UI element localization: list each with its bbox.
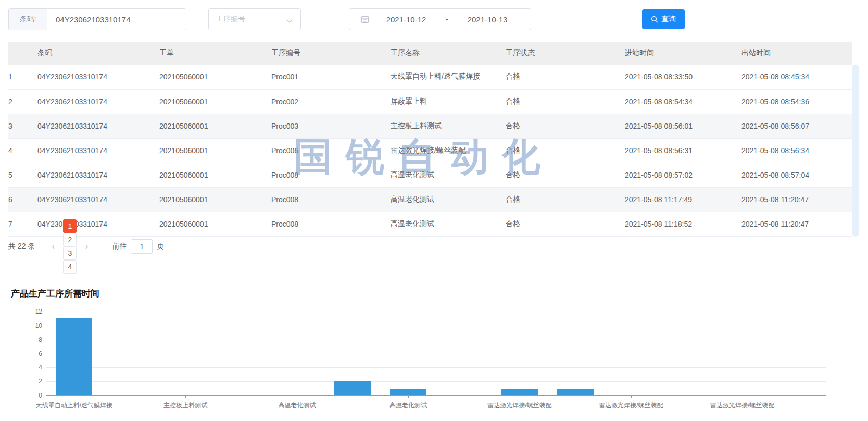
- row-index-cell: 4: [8, 138, 37, 163]
- process-no-cell: Proc008: [271, 187, 391, 212]
- x-axis-label: 天线罩自动上料/透气膜焊接: [17, 401, 131, 410]
- process-number-select[interactable]: 工序编号: [208, 8, 301, 30]
- in-time-cell: 2021-05-08 08:57:02: [625, 163, 741, 187]
- barcode-field-group: 条码:: [8, 8, 186, 30]
- status-cell: 合格: [506, 187, 625, 212]
- status-cell: 合格: [506, 212, 625, 236]
- x-axis-label: 高温老化测试: [240, 401, 354, 410]
- in-time-cell: 2021-05-08 11:18:52: [625, 212, 741, 236]
- gridline: [46, 312, 826, 312]
- pagination-goto-input[interactable]: [131, 239, 153, 254]
- out-time-cell: 2021-05-08 08:45:34: [741, 65, 852, 89]
- trace-table-header: 条码 工单 工序编号 工序名称 工序状态 进站时间 出站时间: [8, 42, 852, 65]
- in-time-cell: 2021-05-08 11:17:49: [625, 187, 741, 212]
- pagination-goto-suffix: 页: [157, 242, 164, 251]
- gridline: [46, 326, 826, 326]
- process-no-cell: Proc001: [271, 65, 391, 89]
- table-row: 604Y23062103310174202105060001Proc008高温老…: [8, 187, 852, 212]
- barcode-cell: 04Y23062103310174: [37, 212, 159, 236]
- in-time-cell: 2021-05-08 08:56:01: [625, 114, 741, 138]
- y-tick-label: 2: [28, 378, 42, 385]
- process-name-cell: 高温老化测试: [391, 212, 506, 236]
- barcode-cell: 04Y23062103310174: [37, 89, 159, 114]
- x-axis-label: 雷达激光焊接/螺丝装配: [462, 401, 577, 410]
- y-tick-label: 10: [28, 322, 42, 329]
- table-row: 504Y23062103310174202105060001Proc008高温老…: [8, 163, 852, 187]
- chart-plot: 024681012天线罩自动上料/透气膜焊接主控板上料测试高温老化测试高温老化测…: [46, 312, 826, 395]
- pagination-page-4[interactable]: 4: [63, 260, 77, 274]
- y-tick-label: 0: [28, 392, 42, 399]
- x-axis-tick: [408, 395, 409, 398]
- barcode-cell: 04Y23062103310174: [37, 138, 159, 163]
- date-range-picker[interactable]: -: [349, 8, 531, 30]
- table-row: 104Y23062103310174202105060001Proc001天线罩…: [8, 65, 852, 89]
- process-no-cell: Proc008: [271, 212, 391, 236]
- gridline: [46, 367, 826, 368]
- table-scrollbar[interactable]: [852, 65, 859, 237]
- pagination: 共 22 条 ‹ 1234 › 前往 页: [8, 239, 164, 254]
- barcode-input[interactable]: [47, 9, 186, 30]
- table-row: 404Y23062103310174202105060001Proc006雷达激…: [8, 138, 852, 163]
- pagination-page-2[interactable]: 2: [63, 233, 77, 246]
- work-order-cell: 202105060001: [159, 89, 271, 114]
- x-axis-label: 主控板上料测试: [128, 401, 243, 410]
- gridline: [46, 381, 826, 382]
- column-header-work-order: 工单: [159, 42, 271, 65]
- x-axis-tick: [631, 395, 632, 398]
- process-no-cell: Proc008: [271, 163, 391, 187]
- chart-bar: [334, 381, 371, 395]
- date-range-separator: -: [443, 15, 450, 23]
- status-cell: 合格: [506, 114, 625, 138]
- work-order-cell: 202105060001: [159, 138, 271, 163]
- page: 条码: 工序编号 - 查询: [0, 0, 868, 421]
- table-row: 304Y23062103310174202105060001Proc003主控板…: [8, 114, 852, 138]
- column-header-out-time: 出站时间: [741, 42, 852, 65]
- gridline: [46, 354, 826, 354]
- gridline: [46, 340, 826, 340]
- out-time-cell: 2021-05-08 08:56:07: [741, 114, 852, 138]
- x-axis-label: 雷达激光焊接/螺丝装配: [574, 401, 688, 410]
- process-name-cell: 屏蔽罩上料: [391, 89, 506, 114]
- out-time-cell: 2021-05-08 11:20:47: [741, 187, 852, 212]
- out-time-cell: 2021-05-08 08:54:36: [741, 89, 852, 114]
- row-index-cell: 6: [8, 187, 37, 212]
- query-button[interactable]: 查询: [642, 9, 685, 29]
- pagination-page-1[interactable]: 1: [63, 219, 77, 233]
- y-tick-label: 12: [28, 308, 42, 315]
- process-no-cell: Proc003: [271, 114, 391, 138]
- trace-table: 条码 工单 工序编号 工序名称 工序状态 进站时间 出站时间 104Y23062…: [8, 42, 852, 237]
- row-index-cell: 2: [8, 89, 37, 114]
- x-axis-label: 高温老化测试: [351, 401, 466, 410]
- column-header-in-time: 进站时间: [625, 42, 741, 65]
- x-axis-label: 雷达激光焊接/螺丝装配: [685, 401, 800, 410]
- x-axis-line: [46, 395, 826, 396]
- row-index-cell: 7: [8, 212, 37, 236]
- chart-section: 产品生产工序所需时间 024681012天线罩自动上料/透气膜焊接主控板上料测试…: [0, 280, 868, 421]
- chart-bar: [56, 318, 92, 395]
- pagination-page-3[interactable]: 3: [63, 246, 77, 260]
- row-index-cell: 1: [8, 65, 37, 89]
- date-start-input[interactable]: [369, 15, 443, 24]
- x-axis-tick: [74, 395, 74, 398]
- chart-bar: [557, 389, 594, 395]
- work-order-cell: 202105060001: [159, 65, 271, 89]
- y-tick-label: 6: [28, 350, 42, 357]
- table-row: 204Y23062103310174202105060001Proc002屏蔽罩…: [8, 89, 852, 114]
- out-time-cell: 2021-05-08 11:20:47: [741, 212, 852, 236]
- pagination-next-icon[interactable]: ›: [80, 240, 93, 253]
- process-name-cell: 高温老化测试: [391, 187, 506, 212]
- pagination-prev-icon[interactable]: ‹: [46, 240, 60, 253]
- y-tick-label: 8: [28, 336, 42, 343]
- process-number-select-placeholder: 工序编号: [216, 15, 245, 24]
- in-time-cell: 2021-05-08 08:33:50: [625, 65, 741, 89]
- process-no-cell: Proc002: [271, 89, 391, 114]
- barcode-cell: 04Y23062103310174: [37, 163, 159, 187]
- column-header-process-name: 工序名称: [391, 42, 506, 65]
- table-row: 704Y23062103310174202105060001Proc008高温老…: [8, 212, 852, 236]
- date-end-input[interactable]: [450, 15, 524, 24]
- row-index-cell: 5: [8, 163, 37, 187]
- column-header-status: 工序状态: [506, 42, 625, 65]
- search-icon: [651, 16, 658, 23]
- status-cell: 合格: [506, 89, 625, 114]
- column-header-barcode: 条码: [37, 42, 159, 65]
